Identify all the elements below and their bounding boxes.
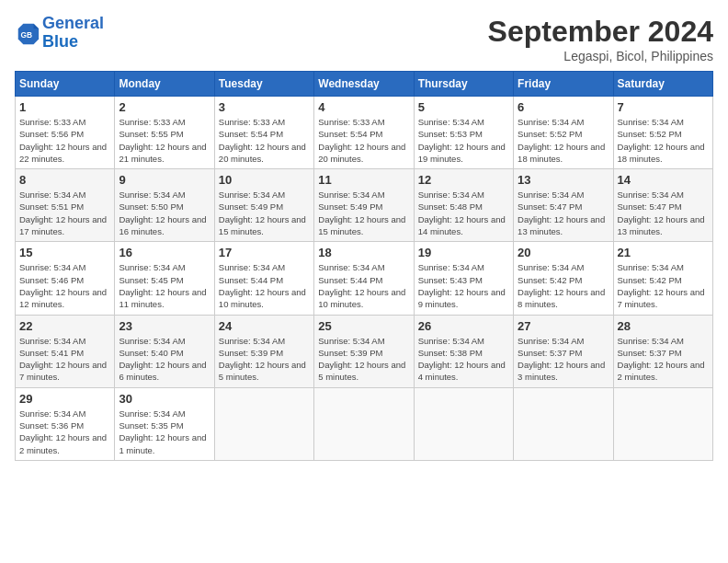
day-info: Sunrise: 5:34 AM Sunset: 5:45 PM Dayligh… (119, 261, 210, 310)
day-number: 2 (119, 100, 210, 114)
logo: GB General Blue (15, 15, 104, 52)
calendar-week-row: 8 Sunrise: 5:34 AM Sunset: 5:51 PM Dayli… (16, 169, 713, 242)
weekday-monday: Monday (115, 72, 214, 97)
day-number: 20 (518, 246, 609, 259)
day-info: Sunrise: 5:34 AM Sunset: 5:35 PM Dayligh… (119, 408, 210, 456)
day-info: Sunrise: 5:34 AM Sunset: 5:53 PM Dayligh… (418, 116, 509, 165)
weekday-wednesday: Wednesday (314, 72, 414, 97)
day-info: Sunrise: 5:34 AM Sunset: 5:37 PM Dayligh… (518, 335, 609, 384)
title-block: September 2024 Legaspi, Bicol, Philippin… (488, 15, 713, 63)
day-cell-30: 30 Sunrise: 5:34 AM Sunset: 5:35 PM Dayl… (115, 387, 214, 460)
day-info: Sunrise: 5:34 AM Sunset: 5:52 PM Dayligh… (518, 116, 609, 165)
day-info: Sunrise: 5:33 AM Sunset: 5:55 PM Dayligh… (119, 116, 210, 165)
calendar-table: SundayMondayTuesdayWednesdayThursdayFrid… (15, 71, 713, 461)
calendar-week-row: 1 Sunrise: 5:33 AM Sunset: 5:56 PM Dayli… (16, 97, 713, 169)
day-info: Sunrise: 5:34 AM Sunset: 5:44 PM Dayligh… (318, 261, 409, 310)
day-cell-26: 26 Sunrise: 5:34 AM Sunset: 5:38 PM Dayl… (414, 315, 513, 387)
day-number: 21 (618, 246, 709, 259)
day-info: Sunrise: 5:34 AM Sunset: 5:42 PM Dayligh… (518, 261, 609, 310)
day-number: 29 (19, 392, 110, 406)
day-number: 9 (119, 173, 210, 187)
day-number: 23 (119, 319, 210, 333)
day-info: Sunrise: 5:34 AM Sunset: 5:39 PM Dayligh… (219, 335, 310, 384)
day-cell-7: 7 Sunrise: 5:34 AM Sunset: 5:52 PM Dayli… (613, 97, 712, 169)
day-info: Sunrise: 5:34 AM Sunset: 5:48 PM Dayligh… (418, 189, 509, 237)
day-info: Sunrise: 5:34 AM Sunset: 5:46 PM Dayligh… (19, 261, 110, 310)
day-cell-29: 29 Sunrise: 5:34 AM Sunset: 5:36 PM Dayl… (16, 387, 115, 460)
day-cell-17: 17 Sunrise: 5:34 AM Sunset: 5:44 PM Dayl… (214, 242, 313, 315)
day-number: 14 (618, 173, 709, 187)
day-info: Sunrise: 5:34 AM Sunset: 5:43 PM Dayligh… (418, 261, 509, 310)
day-number: 8 (19, 173, 110, 187)
day-cell-23: 23 Sunrise: 5:34 AM Sunset: 5:40 PM Dayl… (115, 315, 214, 387)
day-cell-16: 16 Sunrise: 5:34 AM Sunset: 5:45 PM Dayl… (115, 242, 214, 315)
day-number: 22 (19, 319, 110, 333)
day-info: Sunrise: 5:34 AM Sunset: 5:36 PM Dayligh… (19, 408, 110, 456)
day-info: Sunrise: 5:34 AM Sunset: 5:50 PM Dayligh… (119, 189, 210, 237)
weekday-thursday: Thursday (414, 72, 513, 97)
day-cell-6: 6 Sunrise: 5:34 AM Sunset: 5:52 PM Dayli… (514, 97, 613, 169)
day-info: Sunrise: 5:34 AM Sunset: 5:52 PM Dayligh… (618, 116, 709, 165)
weekday-tuesday: Tuesday (214, 72, 313, 97)
day-cell-10: 10 Sunrise: 5:34 AM Sunset: 5:49 PM Dayl… (214, 169, 313, 242)
svg-text:GB: GB (21, 29, 33, 39)
day-info: Sunrise: 5:34 AM Sunset: 5:38 PM Dayligh… (418, 335, 509, 384)
day-cell-12: 12 Sunrise: 5:34 AM Sunset: 5:48 PM Dayl… (414, 169, 513, 242)
day-info: Sunrise: 5:34 AM Sunset: 5:49 PM Dayligh… (318, 189, 409, 237)
day-number: 19 (418, 246, 509, 259)
logo-icon: GB (15, 20, 40, 46)
day-number: 30 (119, 392, 210, 406)
empty-cell (414, 387, 513, 460)
day-info: Sunrise: 5:34 AM Sunset: 5:44 PM Dayligh… (219, 261, 310, 310)
day-info: Sunrise: 5:33 AM Sunset: 5:56 PM Dayligh… (19, 116, 110, 165)
day-info: Sunrise: 5:34 AM Sunset: 5:37 PM Dayligh… (618, 335, 709, 384)
empty-cell (514, 387, 613, 460)
day-cell-18: 18 Sunrise: 5:34 AM Sunset: 5:44 PM Dayl… (314, 242, 414, 315)
day-cell-3: 3 Sunrise: 5:33 AM Sunset: 5:54 PM Dayli… (214, 97, 313, 169)
day-cell-8: 8 Sunrise: 5:34 AM Sunset: 5:51 PM Dayli… (16, 169, 115, 242)
day-number: 5 (418, 100, 509, 114)
day-number: 1 (19, 100, 110, 114)
weekday-header-row: SundayMondayTuesdayWednesdayThursdayFrid… (16, 72, 713, 97)
day-cell-13: 13 Sunrise: 5:34 AM Sunset: 5:47 PM Dayl… (514, 169, 613, 242)
day-cell-19: 19 Sunrise: 5:34 AM Sunset: 5:43 PM Dayl… (414, 242, 513, 315)
calendar-week-row: 22 Sunrise: 5:34 AM Sunset: 5:41 PM Dayl… (16, 315, 713, 387)
day-info: Sunrise: 5:33 AM Sunset: 5:54 PM Dayligh… (219, 116, 310, 165)
day-number: 13 (518, 173, 609, 187)
day-info: Sunrise: 5:34 AM Sunset: 5:49 PM Dayligh… (219, 189, 310, 237)
month-title: September 2024 (488, 15, 713, 49)
day-cell-11: 11 Sunrise: 5:34 AM Sunset: 5:49 PM Dayl… (314, 169, 414, 242)
day-cell-5: 5 Sunrise: 5:34 AM Sunset: 5:53 PM Dayli… (414, 97, 513, 169)
day-number: 3 (219, 100, 310, 114)
day-number: 6 (518, 100, 609, 114)
day-info: Sunrise: 5:34 AM Sunset: 5:39 PM Dayligh… (318, 335, 409, 384)
day-number: 18 (318, 246, 409, 259)
day-cell-25: 25 Sunrise: 5:34 AM Sunset: 5:39 PM Dayl… (314, 315, 414, 387)
day-cell-1: 1 Sunrise: 5:33 AM Sunset: 5:56 PM Dayli… (16, 97, 115, 169)
calendar-week-row: 15 Sunrise: 5:34 AM Sunset: 5:46 PM Dayl… (16, 242, 713, 315)
empty-cell (613, 387, 712, 460)
day-number: 15 (19, 246, 110, 259)
day-number: 4 (318, 100, 409, 114)
day-number: 24 (219, 319, 310, 333)
day-number: 11 (318, 173, 409, 187)
page-header: GB General Blue September 2024 Legaspi, … (15, 15, 713, 63)
day-cell-28: 28 Sunrise: 5:34 AM Sunset: 5:37 PM Dayl… (613, 315, 712, 387)
empty-cell (314, 387, 414, 460)
day-number: 27 (518, 319, 609, 333)
day-cell-20: 20 Sunrise: 5:34 AM Sunset: 5:42 PM Dayl… (514, 242, 613, 315)
day-number: 25 (318, 319, 409, 333)
day-cell-15: 15 Sunrise: 5:34 AM Sunset: 5:46 PM Dayl… (16, 242, 115, 315)
day-number: 17 (219, 246, 310, 259)
day-cell-9: 9 Sunrise: 5:34 AM Sunset: 5:50 PM Dayli… (115, 169, 214, 242)
day-cell-14: 14 Sunrise: 5:34 AM Sunset: 5:47 PM Dayl… (613, 169, 712, 242)
day-number: 7 (618, 100, 709, 114)
day-info: Sunrise: 5:33 AM Sunset: 5:54 PM Dayligh… (318, 116, 409, 165)
day-cell-22: 22 Sunrise: 5:34 AM Sunset: 5:41 PM Dayl… (16, 315, 115, 387)
location: Legaspi, Bicol, Philippines (488, 49, 713, 63)
day-cell-2: 2 Sunrise: 5:33 AM Sunset: 5:55 PM Dayli… (115, 97, 214, 169)
day-info: Sunrise: 5:34 AM Sunset: 5:51 PM Dayligh… (19, 189, 110, 237)
day-number: 28 (618, 319, 709, 333)
day-cell-27: 27 Sunrise: 5:34 AM Sunset: 5:37 PM Dayl… (514, 315, 613, 387)
weekday-friday: Friday (514, 72, 613, 97)
